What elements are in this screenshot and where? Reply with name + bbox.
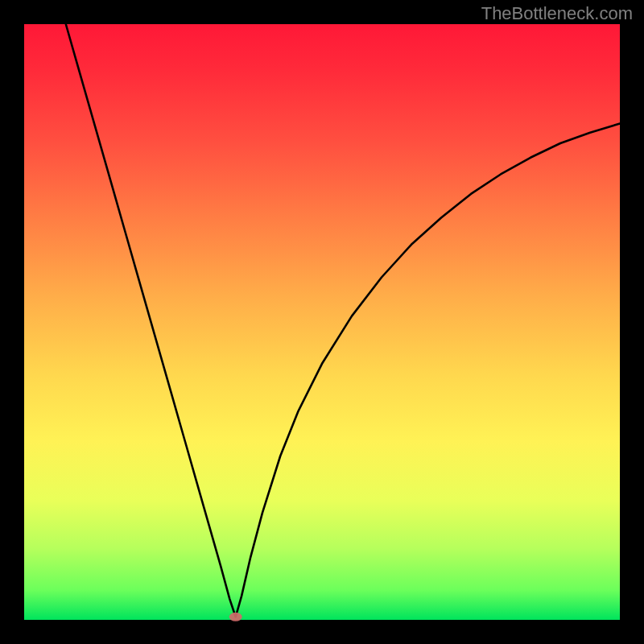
bottleneck-chart <box>0 0 644 644</box>
watermark-text: TheBottleneck.com <box>481 3 633 24</box>
plot-area <box>24 24 620 620</box>
chart-container: TheBottleneck.com <box>0 0 644 644</box>
minimum-marker <box>229 613 242 621</box>
